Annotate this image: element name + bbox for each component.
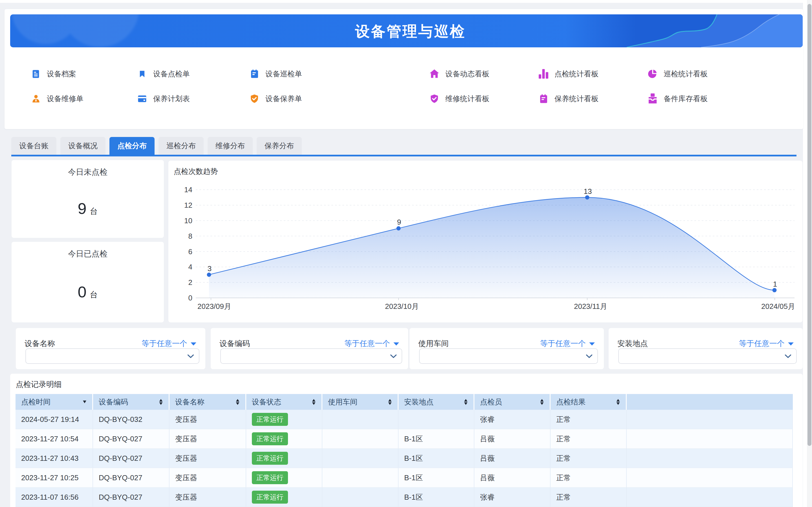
svg-text:2023/09月: 2023/09月 <box>197 302 231 311</box>
svg-text:6: 6 <box>189 247 192 256</box>
svg-text:1: 1 <box>773 280 777 288</box>
svg-text:14: 14 <box>184 185 192 194</box>
svg-text:12: 12 <box>184 201 192 209</box>
svg-text:4: 4 <box>189 263 192 271</box>
svg-text:10: 10 <box>184 216 192 225</box>
svg-text:3: 3 <box>208 264 211 273</box>
svg-text:2: 2 <box>189 278 192 287</box>
svg-text:9: 9 <box>397 218 401 226</box>
svg-text:8: 8 <box>189 232 192 240</box>
svg-text:2023/11月: 2023/11月 <box>574 302 607 311</box>
svg-text:13: 13 <box>584 187 592 195</box>
svg-text:2023/10月: 2023/10月 <box>385 302 419 311</box>
svg-text:0: 0 <box>189 294 192 302</box>
svg-text:2024/05月: 2024/05月 <box>761 302 795 311</box>
